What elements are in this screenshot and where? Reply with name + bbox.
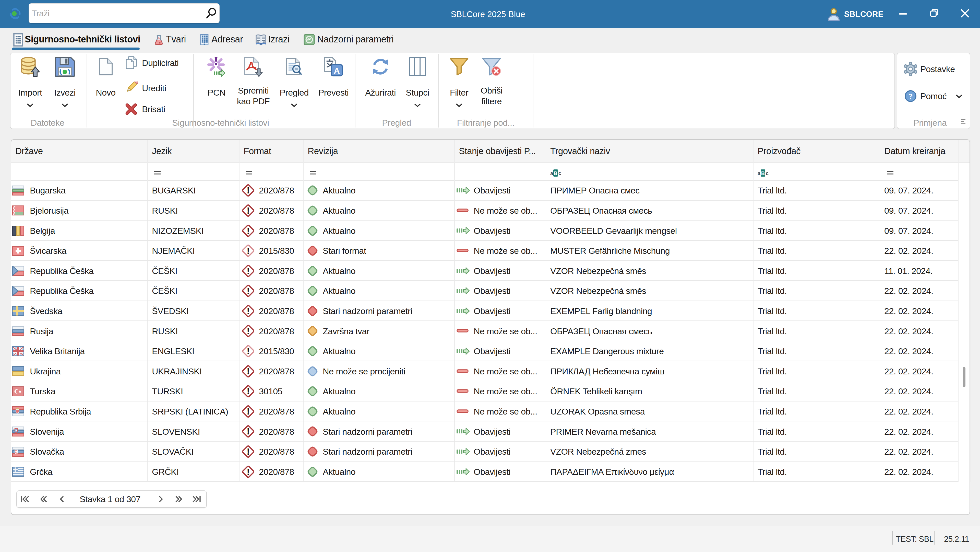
svg-text:!: ! bbox=[247, 407, 250, 416]
svg-text:!: ! bbox=[247, 447, 250, 456]
svg-text:?: ? bbox=[908, 92, 913, 100]
svg-text:B: B bbox=[554, 171, 557, 176]
svg-text:!: ! bbox=[247, 246, 250, 255]
svg-text:c: c bbox=[766, 171, 768, 176]
svg-text:!: ! bbox=[247, 226, 250, 236]
svg-text:c: c bbox=[558, 171, 561, 176]
svg-text:!: ! bbox=[247, 286, 250, 296]
svg-text:!: ! bbox=[247, 467, 250, 477]
svg-text:!: ! bbox=[247, 306, 250, 316]
svg-text:!: ! bbox=[247, 367, 250, 376]
svg-text:!: ! bbox=[247, 266, 250, 276]
svg-text:B: B bbox=[761, 171, 765, 176]
svg-text:A: A bbox=[334, 66, 340, 76]
svg-text:!: ! bbox=[247, 206, 250, 215]
svg-text:a: a bbox=[550, 171, 553, 176]
svg-text:!: ! bbox=[247, 326, 250, 336]
svg-text:!: ! bbox=[247, 185, 250, 195]
svg-text:!: ! bbox=[247, 426, 250, 436]
svg-text:a: a bbox=[757, 171, 760, 176]
svg-text:!: ! bbox=[247, 386, 250, 396]
svg-text:!: ! bbox=[247, 346, 250, 356]
